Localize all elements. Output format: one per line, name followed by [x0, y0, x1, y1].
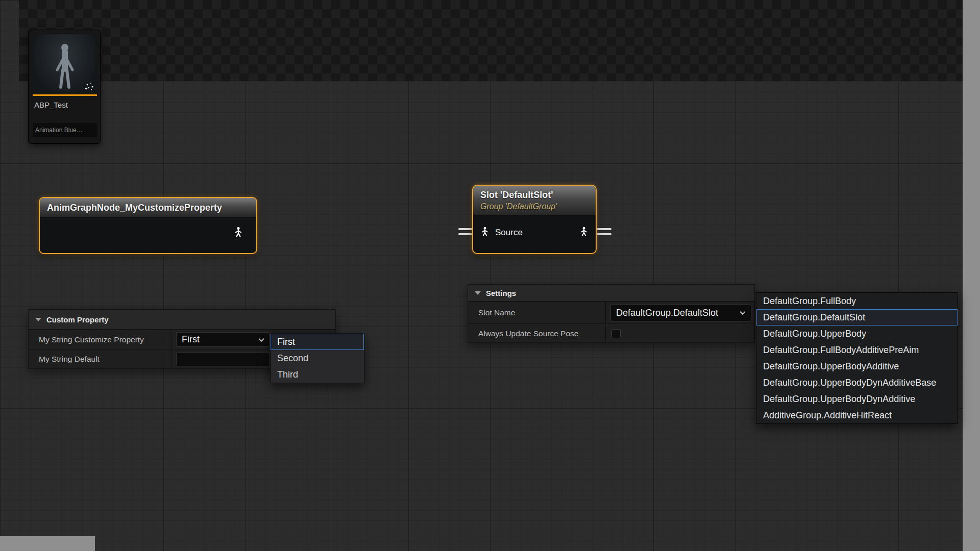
slot-menu-item[interactable]: DefaultGroup.UpperBodyDynAdditiveBase [756, 374, 958, 391]
output-wire-bottom[interactable] [596, 233, 611, 235]
node-header[interactable]: AnimGraphNode_MyCustomizeProperty [40, 198, 256, 217]
dropdown-current-value: DefaultGroup.DefaultSlot [616, 308, 718, 318]
category-title: Custom Property [46, 315, 109, 324]
node-title: AnimGraphNode_MyCustomizeProperty [40, 198, 256, 214]
particle-sparkle-icon [84, 81, 95, 92]
pose-pin-output-icon[interactable] [578, 226, 590, 239]
property-label: My String Default [29, 349, 171, 369]
slot-name-dropdown[interactable]: DefaultGroup.DefaultSlot [610, 304, 751, 321]
property-label: Slot Name [468, 302, 605, 323]
asset-type-color-bar [33, 94, 97, 96]
input-wire-top[interactable] [458, 228, 473, 230]
input-wire-bottom[interactable] [458, 233, 473, 235]
slot-menu-item[interactable]: DefaultGroup.UpperBodyAdditive [756, 358, 958, 374]
settings-panel: Settings Slot Name DefaultGroup.DefaultS… [468, 284, 755, 343]
chevron-down-icon [740, 309, 745, 315]
node-title: Slot 'DefaultSlot' [473, 186, 596, 201]
property-row-always-update-source-pose: Always Update Source Pose [468, 323, 754, 343]
property-label: My String Customize Property [29, 330, 171, 349]
node-body [40, 217, 256, 253]
chevron-down-icon [258, 336, 264, 341]
slot-menu-item[interactable]: DefaultGroup.DefaultSlot [756, 309, 958, 325]
pose-pin-source-icon[interactable] [479, 226, 491, 239]
triangle-down-icon[interactable] [35, 318, 41, 321]
node-body: Source [473, 215, 596, 252]
output-wire-top[interactable] [596, 228, 611, 230]
menu-option-third[interactable]: Third [271, 366, 364, 383]
node-subtitle-group: Group 'DefaultGroup' [473, 201, 596, 214]
slot-menu-item[interactable]: DefaultGroup.UpperBodyDynAdditive [756, 391, 958, 407]
slot-menu-item[interactable]: AdditiveGroup.AdditiveHitReact [756, 407, 958, 423]
property-label: Always Update Source Pose [468, 324, 605, 343]
category-header-settings[interactable]: Settings [468, 285, 754, 302]
pose-pin-output-icon[interactable] [232, 226, 244, 240]
slot-menu-item[interactable]: DefaultGroup.FullBody [756, 293, 958, 309]
node-animgraph-my-customize-property[interactable]: AnimGraphNode_MyCustomizeProperty [39, 197, 257, 254]
desktop-edge-right [963, 0, 980, 551]
node-header[interactable]: Slot 'DefaultSlot' Group 'DefaultGroup' [473, 186, 596, 215]
property-row-slot-name: Slot Name DefaultGroup.DefaultSlot [468, 302, 754, 323]
always-update-source-pose-checkbox[interactable] [611, 329, 621, 338]
category-title: Settings [486, 289, 516, 297]
string-dropdown-menu: First Second Third [270, 333, 364, 383]
menu-option-second[interactable]: Second [271, 350, 364, 366]
menu-option-first[interactable]: First [271, 334, 364, 350]
checker-pattern-band [19, 0, 963, 81]
asset-thumbnail [33, 34, 97, 94]
node-slot-defaultslot[interactable]: Slot 'DefaultSlot' Group 'DefaultGroup' … [472, 185, 597, 254]
asset-type-label: Animation Blue… [33, 123, 97, 137]
slot-menu-item[interactable]: DefaultGroup.UpperBody [756, 325, 958, 342]
my-string-customize-dropdown[interactable]: First [176, 332, 270, 347]
dropdown-current-value: First [182, 334, 200, 345]
asset-name: ABP_Test [34, 101, 68, 109]
slot-name-dropdown-menu: DefaultGroup.FullBody DefaultGroup.Defau… [756, 292, 958, 424]
source-pin-label: Source [495, 228, 523, 238]
triangle-down-icon[interactable] [475, 291, 481, 295]
animation-blueprint-graph-canvas[interactable]: ABP_Test Animation Blue… AnimGraphNode_M… [0, 0, 980, 551]
category-header-custom-property[interactable]: Custom Property [29, 310, 335, 330]
desktop-edge-bottom-left [0, 536, 95, 551]
asset-card-abp-test[interactable]: ABP_Test Animation Blue… [28, 30, 101, 144]
my-string-default-input[interactable] [176, 352, 270, 366]
slot-menu-item[interactable]: DefaultGroup.FullBodyAdditivePreAim [756, 342, 958, 358]
